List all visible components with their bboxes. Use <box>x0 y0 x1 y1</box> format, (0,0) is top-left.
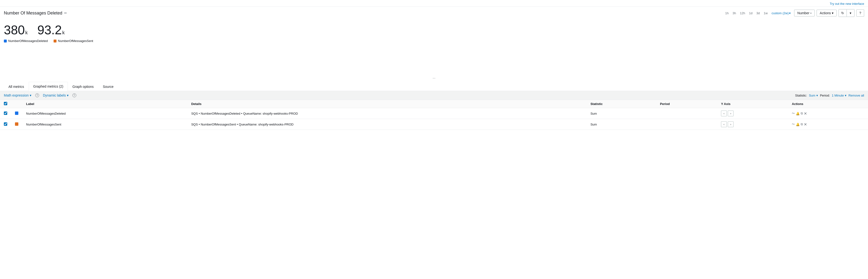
row1-label: NumberOfMessagesDeleted <box>22 108 187 119</box>
row2-remove-icon[interactable]: ✕ <box>804 122 807 127</box>
header-actions: Actions <box>788 100 868 108</box>
legend-color-2 <box>54 39 57 42</box>
header-controls: 1h 3h 12h 1d 3d 1w custom (2w) ▾ Number … <box>724 9 864 17</box>
row2-details: SQS • NumberOfMessagesSent • QueueName: … <box>187 119 587 130</box>
metric-2: 93.2 k <box>37 24 65 36</box>
row1-color-indicator <box>15 112 18 115</box>
stat-dropdown[interactable]: Number ▾ <box>794 10 815 17</box>
legend-item-1: NumberOfMessagesDeleted <box>4 39 48 43</box>
chevron-down-icon: ▾ <box>810 12 811 14</box>
help-button[interactable]: ? <box>857 9 864 17</box>
row1-remove-icon[interactable]: ✕ <box>804 111 807 116</box>
remove-all-button[interactable]: Remove all <box>848 94 864 97</box>
dynamic-labels-button[interactable]: Dynamic labels ▾ <box>43 93 68 97</box>
period-label: Period: <box>820 94 830 97</box>
metric-2-number: 93.2 <box>37 24 62 36</box>
dynamic-labels-label: Dynamic labels <box>43 93 66 97</box>
statistic-label: Statistic: <box>795 94 807 97</box>
row1-statistic: Sum <box>587 108 656 119</box>
row2-label: NumberOfMessagesSent <box>22 119 187 130</box>
chart-area <box>4 43 864 72</box>
row2-nav-left[interactable]: ‹ <box>721 121 727 127</box>
statistic-select[interactable]: Sum ▾ <box>809 94 818 97</box>
header-period: Period <box>656 100 717 108</box>
actions-main-button[interactable]: Actions ▾ <box>817 10 836 16</box>
time-btn-12h[interactable]: 12h <box>738 10 747 16</box>
row1-graph-icon[interactable]: 〜 <box>792 111 795 116</box>
divider-dots: ··· <box>0 74 868 82</box>
header-y-axis: Y Axis <box>717 100 788 108</box>
metrics-toolbar: Math expression ▾ ? Dynamic labels ▾ ? S… <box>0 91 868 100</box>
time-btn-1h[interactable]: 1h <box>724 10 730 16</box>
time-btn-1d[interactable]: 1d <box>748 10 754 16</box>
try-new-interface-link[interactable]: Try out the new interface <box>830 2 864 5</box>
metrics-numbers: 380 k 93.2 k <box>4 24 864 36</box>
refresh-button[interactable]: ↻ <box>839 9 846 17</box>
metric-1-number: 380 <box>4 24 25 36</box>
metric-2-unit: k <box>62 30 65 35</box>
stat-dropdown-label: Number <box>797 11 809 15</box>
time-btn-1w[interactable]: 1w <box>762 10 769 16</box>
row2-color-indicator <box>15 122 18 126</box>
row1-details: SQS • NumberOfMessagesDeleted • QueueNam… <box>187 108 587 119</box>
row2-checkbox[interactable] <box>4 122 7 126</box>
actions-label: Actions <box>820 11 831 15</box>
edit-icon[interactable]: ✏ <box>64 11 67 15</box>
row1-nav-right[interactable]: › <box>728 111 734 116</box>
time-btn-3d[interactable]: 3d <box>755 10 761 16</box>
actions-button-group: Actions ▾ <box>816 10 837 17</box>
row1-checkbox[interactable] <box>4 112 7 115</box>
legend-label-2: NumberOfMessagesSent <box>58 39 93 43</box>
header-color-cell <box>11 100 22 108</box>
legend-color-1 <box>4 39 7 42</box>
row2-copy-icon[interactable]: ⧉ <box>801 122 803 126</box>
table-header-row: Label Details Statistic Period Y Axis Ac… <box>0 100 868 108</box>
time-btn-3h[interactable]: 3h <box>731 10 737 16</box>
period-select[interactable]: 1 Minute ▾ <box>832 94 846 97</box>
legend: NumberOfMessagesDeleted NumberOfMessages… <box>4 39 864 43</box>
math-expression-button[interactable]: Math expression ▾ <box>4 93 31 97</box>
row1-copy-icon[interactable]: ⧉ <box>801 112 803 115</box>
metric-1: 380 k <box>4 24 28 36</box>
row1-actions: 〜 🔔 ⧉ ✕ <box>788 108 868 119</box>
select-all-checkbox[interactable] <box>4 102 7 105</box>
row2-graph-icon[interactable]: 〜 <box>792 122 795 126</box>
math-help-icon[interactable]: ? <box>35 93 39 97</box>
row1-color-cell <box>11 108 22 119</box>
tab-graphed-metrics[interactable]: Graphed metrics (2) <box>29 82 68 91</box>
table-row: NumberOfMessagesDeleted SQS • NumberOfMe… <box>0 108 868 119</box>
statistic-value: Sum <box>809 94 815 97</box>
dynamic-labels-help-icon[interactable]: ? <box>72 93 76 97</box>
tab-source[interactable]: Source <box>98 82 118 91</box>
time-range-buttons: 1h 3h 12h 1d 3d 1w custom (2w) ▾ <box>724 10 792 16</box>
tab-graph-options[interactable]: Graph options <box>68 82 98 91</box>
chevron-down-icon: ▾ <box>67 93 68 97</box>
row1-nav-left[interactable]: ‹ <box>721 111 727 116</box>
header-checkbox-cell <box>0 100 11 108</box>
top-bar: Try out the new interface <box>0 0 868 7</box>
time-btn-custom[interactable]: custom (2w) ▾ <box>770 10 792 16</box>
legend-item-2: NumberOfMessagesSent <box>54 39 93 43</box>
row2-y-axis: ‹ › <box>717 119 788 130</box>
chevron-down-icon: ▾ <box>832 11 834 15</box>
row2-bell-icon[interactable]: 🔔 <box>796 123 800 126</box>
metrics-display: 380 k 93.2 k NumberOfMessagesDeleted Num… <box>0 19 868 74</box>
chevron-down-icon: ▾ <box>845 94 846 97</box>
row1-y-axis: ‹ › <box>717 108 788 119</box>
math-expression-label: Math expression <box>4 93 29 97</box>
row2-actions: 〜 🔔 ⧉ ✕ <box>788 119 868 130</box>
metric-1-unit: k <box>25 30 28 35</box>
toolbar-right: Statistic: Sum ▾ Period: 1 Minute ▾ Remo… <box>795 94 864 97</box>
period-value: 1 Minute <box>832 94 844 97</box>
tab-all-metrics[interactable]: All metrics <box>4 82 29 91</box>
row1-bell-icon[interactable]: 🔔 <box>796 112 800 115</box>
legend-label-1: NumberOfMessagesDeleted <box>8 39 48 43</box>
chevron-down-icon: ▾ <box>816 94 818 97</box>
refresh-dropdown-button[interactable]: ▾ <box>846 9 854 17</box>
metrics-table: Label Details Statistic Period Y Axis Ac… <box>0 100 868 130</box>
header-row: Number Of Messages Deleted ✏ 1h 3h 12h 1… <box>0 7 868 19</box>
tabs-row: All metrics Graphed metrics (2) Graph op… <box>0 82 868 91</box>
header-details: Details <box>187 100 587 108</box>
header-label: Label <box>22 100 187 108</box>
row2-nav-right[interactable]: › <box>728 121 734 127</box>
